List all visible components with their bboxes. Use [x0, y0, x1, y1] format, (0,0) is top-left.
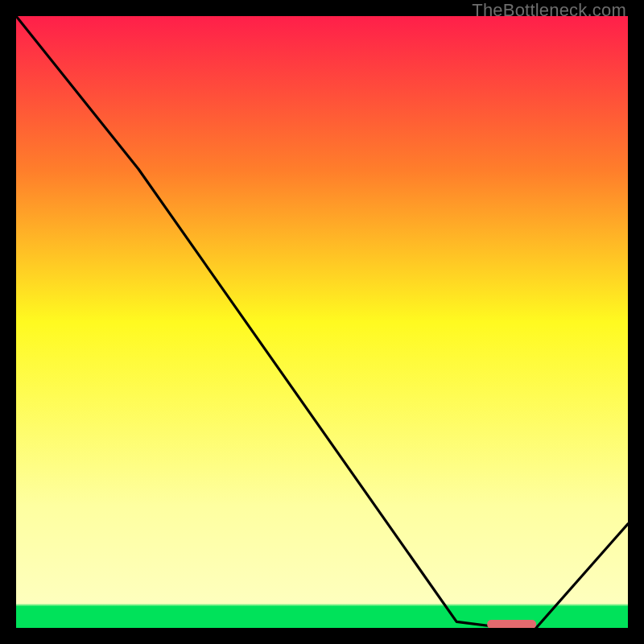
- gradient-background: [16, 16, 628, 628]
- watermark-text: TheBottleneck.com: [472, 0, 626, 21]
- plot-svg: [16, 16, 628, 628]
- plot-area: [16, 16, 628, 628]
- chart-frame: TheBottleneck.com: [0, 0, 644, 644]
- optimal-range-marker: [487, 620, 536, 628]
